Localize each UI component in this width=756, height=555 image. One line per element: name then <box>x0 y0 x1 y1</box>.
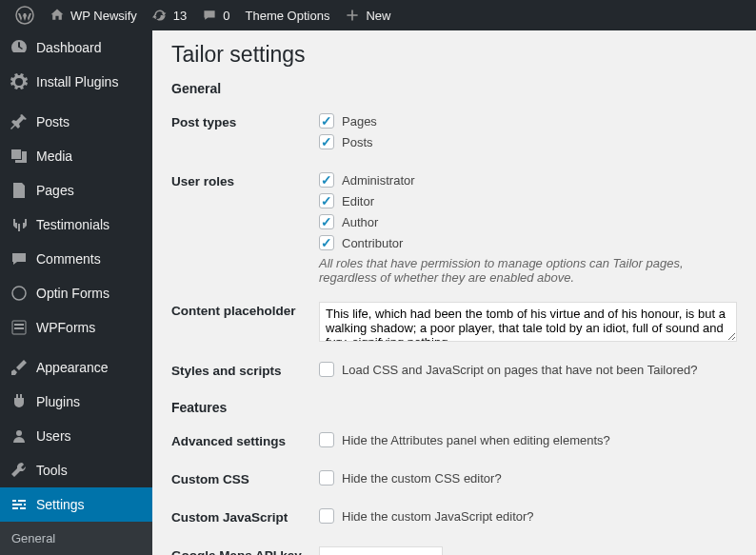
menu-item-settings[interactable]: Settings <box>0 487 152 522</box>
menu-label: Testimonials <box>36 217 109 232</box>
wrench-icon <box>10 461 29 480</box>
custom-css-label: Custom CSS <box>171 470 319 486</box>
menu-label: Posts <box>36 114 70 129</box>
styles-scripts-option: Load CSS and JavaScript on pages that ha… <box>342 363 697 377</box>
form-icon <box>10 318 29 337</box>
sliders-icon <box>10 495 29 514</box>
styles-scripts-checkbox[interactable] <box>319 362 334 377</box>
custom-js-option: Hide the custom JavaScript editor? <box>342 509 534 524</box>
menu-item-appearance[interactable]: Appearance <box>0 350 152 385</box>
brush-icon <box>10 358 29 377</box>
menu-item-comments[interactable]: Comments <box>0 242 152 276</box>
user-roles-option-label: Editor <box>342 194 374 208</box>
menu-item-dashboard[interactable]: Dashboard <box>0 30 152 65</box>
post-types-option-label: Posts <box>342 135 373 149</box>
theme-options-link[interactable]: Theme Options <box>238 0 338 30</box>
post-types-label: Post types <box>171 113 319 129</box>
menu-item-tools[interactable]: Tools <box>0 453 152 487</box>
post-types-pages-checkbox[interactable] <box>319 113 334 129</box>
menu-item-install-plugins[interactable]: Install Plugins <box>0 65 152 99</box>
menu-label: Install Plugins <box>36 74 118 89</box>
user-roles-administrator-checkbox[interactable] <box>319 172 334 188</box>
post-types-posts-checkbox[interactable] <box>319 134 334 149</box>
circle-icon <box>10 284 29 303</box>
user-icon <box>10 426 29 446</box>
section-general: General <box>171 81 737 96</box>
theme-options-label: Theme Options <box>246 9 330 23</box>
menu-item-posts[interactable]: Posts <box>0 105 152 139</box>
content-placeholder-textarea[interactable] <box>319 302 737 342</box>
menu-label: Comments <box>36 251 101 267</box>
horns-icon <box>10 215 29 234</box>
gmaps-key-label: Google Maps API key <box>171 546 319 555</box>
page-icon <box>10 181 29 200</box>
comments-link[interactable]: 0 <box>194 0 237 30</box>
menu-item-testimonials[interactable]: Testimonials <box>0 208 152 242</box>
custom-css-checkbox[interactable] <box>319 470 334 486</box>
user-roles-author-checkbox[interactable] <box>319 214 334 229</box>
site-name-link[interactable]: WP Newsify <box>42 0 145 30</box>
update-icon <box>152 8 168 23</box>
post-types-option-label: Pages <box>342 114 377 129</box>
user-roles-label: User roles <box>171 172 319 188</box>
pin-icon <box>10 112 29 131</box>
user-roles-description: All roles that have permission to manage… <box>319 256 737 285</box>
page-title: Tailor settings <box>171 42 737 68</box>
menu-label: Appearance <box>36 360 109 375</box>
section-features: Features <box>171 400 737 415</box>
comment-icon <box>10 249 29 268</box>
advanced-settings-option: Hide the Attributes panel when editing e… <box>342 433 610 447</box>
plugin-icon <box>10 392 29 411</box>
menu-item-media[interactable]: Media <box>0 139 152 173</box>
media-icon <box>10 147 29 166</box>
styles-scripts-label: Styles and scripts <box>171 362 319 378</box>
menu-label: Settings <box>36 497 85 512</box>
dashboard-icon <box>10 38 29 57</box>
wordpress-icon <box>15 6 34 25</box>
main-content: Tailor settings General Post types Pages… <box>152 30 756 555</box>
admin-menu: DashboardInstall PluginsPostsMediaPagesT… <box>0 30 152 555</box>
user-roles-option-label: Administrator <box>342 173 415 188</box>
updates-link[interactable]: 13 <box>145 0 194 30</box>
menu-item-optin-forms[interactable]: Optin Forms <box>0 276 152 310</box>
menu-label: Optin Forms <box>36 286 109 301</box>
user-roles-contributor-checkbox[interactable] <box>319 235 334 250</box>
submenu-item-writing[interactable]: Writing <box>0 550 152 555</box>
update-count: 13 <box>173 9 187 23</box>
menu-label: Tools <box>36 463 68 478</box>
svg-rect-4 <box>14 324 24 326</box>
menu-label: Media <box>36 149 72 164</box>
gear-icon <box>10 72 29 91</box>
comment-icon <box>202 8 217 23</box>
menu-item-plugins[interactable]: Plugins <box>0 385 152 419</box>
wp-logo[interactable] <box>8 0 42 30</box>
content-placeholder-label: Content placeholder <box>171 302 319 318</box>
gmaps-key-input[interactable] <box>319 546 443 555</box>
menu-item-pages[interactable]: Pages <box>0 173 152 208</box>
custom-js-label: Custom JavaScript <box>171 508 319 525</box>
menu-label: Pages <box>36 183 74 198</box>
custom-js-checkbox[interactable] <box>319 508 334 524</box>
advanced-settings-label: Advanced settings <box>171 432 319 448</box>
menu-item-wpforms[interactable]: WPForms <box>0 310 152 345</box>
custom-css-option: Hide the custom CSS editor? <box>342 471 502 486</box>
admin-bar: WP Newsify 13 0 Theme Options New <box>0 0 756 30</box>
menu-item-users[interactable]: Users <box>0 419 152 453</box>
plus-icon <box>345 8 360 23</box>
advanced-settings-checkbox[interactable] <box>319 432 334 447</box>
svg-point-1 <box>16 151 18 153</box>
site-name: WP Newsify <box>70 9 137 23</box>
user-roles-option-label: Author <box>342 215 378 229</box>
user-roles-editor-checkbox[interactable] <box>319 193 334 208</box>
submenu-item-general[interactable]: General <box>0 526 152 550</box>
user-roles-option-label: Contributor <box>342 236 403 250</box>
menu-label: WPForms <box>36 320 95 335</box>
new-label: New <box>366 9 390 23</box>
svg-rect-5 <box>14 327 24 329</box>
settings-submenu: GeneralWritingReadingDiscussionMediaPerm… <box>0 522 152 555</box>
menu-label: Plugins <box>36 394 80 409</box>
comment-count: 0 <box>223 9 229 23</box>
svg-point-2 <box>12 287 26 300</box>
menu-label: Users <box>36 428 71 444</box>
new-content-link[interactable]: New <box>337 0 398 30</box>
